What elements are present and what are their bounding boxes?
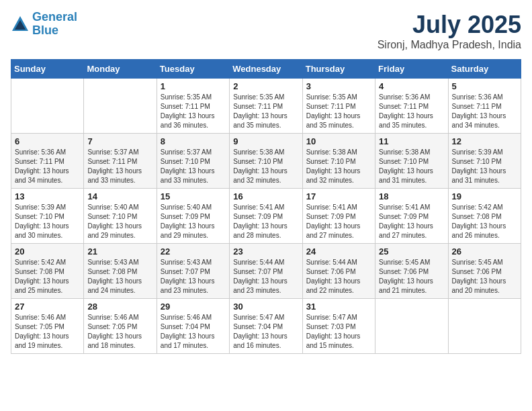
calendar-cell <box>448 299 521 354</box>
calendar-cell: 31Sunrise: 5:47 AMSunset: 7:03 PMDayligh… <box>302 299 375 354</box>
day-info: Sunrise: 5:35 AMSunset: 7:11 PMDaylight:… <box>233 93 298 130</box>
day-number: 24 <box>306 246 371 257</box>
calendar-cell: 1Sunrise: 5:35 AMSunset: 7:11 PMDaylight… <box>157 79 229 134</box>
day-number: 20 <box>15 246 80 257</box>
weekday-header: Wednesday <box>230 60 302 79</box>
calendar-cell: 8Sunrise: 5:37 AMSunset: 7:10 PMDaylight… <box>157 134 229 189</box>
weekday-header: Monday <box>84 60 157 79</box>
day-number: 26 <box>452 246 517 257</box>
day-info: Sunrise: 5:38 AMSunset: 7:10 PMDaylight:… <box>306 148 371 185</box>
day-info: Sunrise: 5:46 AMSunset: 7:04 PMDaylight:… <box>161 313 226 351</box>
subtitle: Sironj, Madhya Pradesh, India <box>378 39 521 51</box>
day-number: 1 <box>161 81 226 91</box>
day-number: 11 <box>379 136 444 146</box>
calendar-cell <box>375 299 448 354</box>
day-number: 19 <box>452 191 517 201</box>
day-number: 13 <box>15 191 80 201</box>
calendar-cell: 28Sunrise: 5:46 AMSunset: 7:05 PMDayligh… <box>84 299 157 354</box>
day-number: 9 <box>233 136 298 146</box>
day-info: Sunrise: 5:45 AMSunset: 7:06 PMDaylight:… <box>379 258 444 295</box>
day-number: 18 <box>379 191 444 201</box>
day-info: Sunrise: 5:46 AMSunset: 7:05 PMDaylight:… <box>15 313 80 351</box>
calendar-cell: 9Sunrise: 5:38 AMSunset: 7:10 PMDaylight… <box>230 134 302 189</box>
day-number: 29 <box>161 302 226 312</box>
day-number: 25 <box>379 246 444 257</box>
main-title: July 2025 <box>378 11 521 39</box>
calendar-cell: 10Sunrise: 5:38 AMSunset: 7:10 PMDayligh… <box>302 134 375 189</box>
calendar-cell: 17Sunrise: 5:41 AMSunset: 7:09 PMDayligh… <box>302 189 375 244</box>
calendar-cell: 24Sunrise: 5:44 AMSunset: 7:06 PMDayligh… <box>302 244 375 299</box>
day-info: Sunrise: 5:44 AMSunset: 7:06 PMDaylight:… <box>306 258 371 295</box>
calendar-cell <box>11 79 84 134</box>
day-info: Sunrise: 5:38 AMSunset: 7:10 PMDaylight:… <box>233 148 298 185</box>
calendar-cell: 18Sunrise: 5:41 AMSunset: 7:09 PMDayligh… <box>375 189 448 244</box>
day-number: 30 <box>233 302 298 312</box>
day-number: 28 <box>87 302 152 312</box>
calendar-week-row: 6Sunrise: 5:36 AMSunset: 7:11 PMDaylight… <box>11 134 521 189</box>
calendar-table: SundayMondayTuesdayWednesdayThursdayFrid… <box>11 59 521 354</box>
calendar-cell: 30Sunrise: 5:47 AMSunset: 7:04 PMDayligh… <box>230 299 302 354</box>
calendar-cell: 29Sunrise: 5:46 AMSunset: 7:04 PMDayligh… <box>157 299 229 354</box>
calendar-week-row: 27Sunrise: 5:46 AMSunset: 7:05 PMDayligh… <box>11 299 521 354</box>
day-info: Sunrise: 5:46 AMSunset: 7:05 PMDaylight:… <box>87 313 152 351</box>
calendar-cell: 15Sunrise: 5:40 AMSunset: 7:09 PMDayligh… <box>157 189 229 244</box>
day-info: Sunrise: 5:35 AMSunset: 7:11 PMDaylight:… <box>161 93 226 130</box>
day-number: 6 <box>15 136 80 146</box>
calendar-week-row: 13Sunrise: 5:39 AMSunset: 7:10 PMDayligh… <box>11 189 521 244</box>
day-number: 10 <box>306 136 371 146</box>
calendar-cell: 26Sunrise: 5:45 AMSunset: 7:06 PMDayligh… <box>448 244 521 299</box>
calendar-cell: 20Sunrise: 5:42 AMSunset: 7:08 PMDayligh… <box>11 244 84 299</box>
day-info: Sunrise: 5:41 AMSunset: 7:09 PMDaylight:… <box>379 203 444 240</box>
day-number: 15 <box>161 191 226 201</box>
calendar-cell: 25Sunrise: 5:45 AMSunset: 7:06 PMDayligh… <box>375 244 448 299</box>
day-info: Sunrise: 5:40 AMSunset: 7:10 PMDaylight:… <box>87 203 152 240</box>
title-block: July 2025 Sironj, Madhya Pradesh, India <box>378 11 521 51</box>
logo-icon <box>11 15 30 34</box>
day-number: 2 <box>233 81 298 91</box>
day-number: 16 <box>233 191 298 201</box>
day-info: Sunrise: 5:37 AMSunset: 7:10 PMDaylight:… <box>161 148 226 185</box>
day-info: Sunrise: 5:41 AMSunset: 7:09 PMDaylight:… <box>233 203 298 240</box>
calendar-cell <box>84 79 157 134</box>
weekday-header: Friday <box>375 60 448 79</box>
calendar-cell: 19Sunrise: 5:42 AMSunset: 7:08 PMDayligh… <box>448 189 521 244</box>
page-header: General Blue July 2025 Sironj, Madhya Pr… <box>11 11 521 51</box>
day-number: 17 <box>306 191 371 201</box>
day-number: 3 <box>306 81 371 91</box>
calendar-cell: 21Sunrise: 5:43 AMSunset: 7:08 PMDayligh… <box>84 244 157 299</box>
calendar-cell: 11Sunrise: 5:38 AMSunset: 7:10 PMDayligh… <box>375 134 448 189</box>
day-number: 4 <box>379 81 444 91</box>
weekday-header: Sunday <box>11 60 84 79</box>
day-number: 22 <box>161 246 226 257</box>
day-info: Sunrise: 5:39 AMSunset: 7:10 PMDaylight:… <box>452 148 517 185</box>
calendar-header-row: SundayMondayTuesdayWednesdayThursdayFrid… <box>11 60 521 79</box>
logo-text: General Blue <box>32 11 77 38</box>
calendar-cell: 2Sunrise: 5:35 AMSunset: 7:11 PMDaylight… <box>230 79 302 134</box>
day-info: Sunrise: 5:43 AMSunset: 7:08 PMDaylight:… <box>87 258 152 295</box>
calendar-cell: 12Sunrise: 5:39 AMSunset: 7:10 PMDayligh… <box>448 134 521 189</box>
calendar-cell: 4Sunrise: 5:36 AMSunset: 7:11 PMDaylight… <box>375 79 448 134</box>
day-number: 5 <box>452 81 517 91</box>
day-info: Sunrise: 5:45 AMSunset: 7:06 PMDaylight:… <box>452 258 517 295</box>
day-info: Sunrise: 5:38 AMSunset: 7:10 PMDaylight:… <box>379 148 444 185</box>
day-number: 21 <box>87 246 152 257</box>
weekday-header: Thursday <box>302 60 375 79</box>
day-number: 8 <box>161 136 226 146</box>
day-info: Sunrise: 5:40 AMSunset: 7:09 PMDaylight:… <box>161 203 226 240</box>
day-number: 27 <box>15 302 80 312</box>
calendar-week-row: 20Sunrise: 5:42 AMSunset: 7:08 PMDayligh… <box>11 244 521 299</box>
day-number: 7 <box>87 136 152 146</box>
day-info: Sunrise: 5:36 AMSunset: 7:11 PMDaylight:… <box>452 93 517 130</box>
day-number: 12 <box>452 136 517 146</box>
calendar-cell: 23Sunrise: 5:44 AMSunset: 7:07 PMDayligh… <box>230 244 302 299</box>
day-info: Sunrise: 5:37 AMSunset: 7:11 PMDaylight:… <box>87 148 152 185</box>
calendar-cell: 5Sunrise: 5:36 AMSunset: 7:11 PMDaylight… <box>448 79 521 134</box>
calendar-cell: 7Sunrise: 5:37 AMSunset: 7:11 PMDaylight… <box>84 134 157 189</box>
day-number: 31 <box>306 302 371 312</box>
weekday-header: Tuesday <box>157 60 229 79</box>
calendar-cell: 14Sunrise: 5:40 AMSunset: 7:10 PMDayligh… <box>84 189 157 244</box>
day-number: 14 <box>87 191 152 201</box>
day-info: Sunrise: 5:42 AMSunset: 7:08 PMDaylight:… <box>15 258 80 295</box>
calendar-cell: 27Sunrise: 5:46 AMSunset: 7:05 PMDayligh… <box>11 299 84 354</box>
day-info: Sunrise: 5:42 AMSunset: 7:08 PMDaylight:… <box>452 203 517 240</box>
